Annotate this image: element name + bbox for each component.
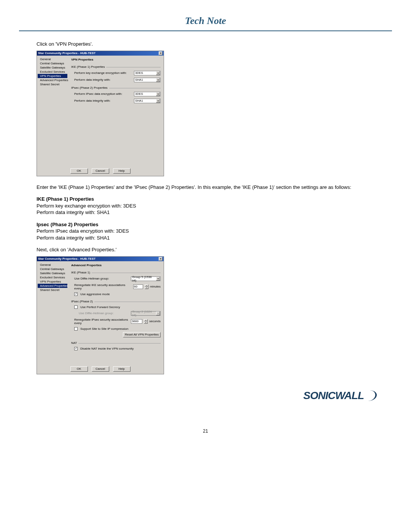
panel-title: VPN Properties: [71, 58, 161, 61]
advanced-properties-dialog: Star Community Properties - HUB-TEST × G…: [37, 256, 164, 374]
ipsec-encryption-label: Perform IPsec data encryption with:: [74, 92, 132, 96]
select-value: SHA1: [135, 78, 143, 81]
tree-item-satellite-gateways[interactable]: Satellite Gateways: [38, 66, 67, 70]
reneg-ike-input[interactable]: 60: [133, 284, 143, 289]
chevron-down-icon: ▾: [156, 78, 160, 82]
tree-item-central-gateways[interactable]: Central Gateways: [38, 61, 67, 66]
tree-item-general[interactable]: General: [38, 263, 67, 267]
nat-group: NAT ✓ Disable NAT inside the VPN communi…: [71, 341, 161, 350]
tree-item-shared-secret[interactable]: Shared Secret: [38, 82, 67, 86]
tree-item-shared-secret[interactable]: Shared Secret: [38, 288, 67, 292]
tree-item-vpn-properties[interactable]: VPN Properties: [38, 280, 67, 284]
group-label: IPsec (Phase 2): [71, 300, 93, 303]
group-label: IKE (Phase 1): [71, 271, 90, 274]
ike-heading: IKE (Phase 1) Properties: [37, 196, 374, 203]
vpn-properties-dialog: Star Community Properties - HUB-TEST × G…: [37, 51, 164, 176]
spinner[interactable]: ▴▾: [145, 284, 148, 289]
dh-group-label: Use Diffie-Hellman group:: [74, 277, 129, 280]
ipsec-integrity-label: Perform data integrity with:: [74, 99, 132, 102]
pfs-checkbox[interactable]: [74, 305, 78, 309]
ipsec-heading: Ipsec (Phase 2) Properties: [37, 221, 374, 228]
disable-nat-checkbox[interactable]: ✓: [74, 347, 78, 350]
tree-item-advanced-properties[interactable]: Advanced Properties: [38, 284, 67, 288]
aggressive-mode-label: Use aggressive mode: [80, 292, 161, 296]
ike-phase1-group: IKE (Phase 1) Properties Perform key exc…: [71, 65, 161, 82]
instruction-3: Next, click on 'Advanced Properties.': [37, 246, 374, 253]
select-value: SHA1: [135, 99, 143, 102]
panel-title: Advanced Properties: [71, 264, 161, 267]
reneg-ipsec-input[interactable]: 3600: [131, 319, 142, 324]
ike-line1: Perform key exchange encryption with: 3D…: [37, 203, 374, 209]
dialog-title: Star Community Properties - HUB-TEST: [38, 51, 96, 55]
group-label: NAT: [71, 341, 77, 345]
tree-item-general[interactable]: General: [38, 57, 67, 61]
logo-arc-icon: [362, 390, 378, 401]
help-button[interactable]: Help: [113, 366, 131, 372]
header-rule: [19, 30, 392, 31]
ipsec-phase2-group: IPsec (Phase 2) Use Perfect Forward Secr…: [71, 300, 161, 337]
help-button[interactable]: Help: [113, 168, 131, 174]
dialog-title: Star Community Properties - HUB-TEST: [38, 257, 96, 260]
cancel-button[interactable]: Cancel: [92, 366, 109, 372]
key-exchange-select[interactable]: 3DES ▾: [134, 71, 161, 75]
aggressive-mode-checkbox[interactable]: ✓: [74, 292, 78, 296]
close-icon[interactable]: ×: [159, 51, 162, 55]
dialog-titlebar[interactable]: Star Community Properties - HUB-TEST ×: [37, 51, 164, 56]
page-number: 21: [27, 428, 384, 434]
tree-item-advanced-properties[interactable]: Advanced Properties: [38, 78, 67, 82]
logo-text: SONICWALL: [303, 390, 364, 402]
select-value: 3DES: [135, 92, 143, 96]
data-integrity-label: Perform data integrity with:: [74, 78, 132, 81]
tree-item-excluded-services[interactable]: Excluded Services: [38, 70, 67, 74]
sonicwall-logo: SONICWALL: [303, 390, 377, 402]
chevron-down-icon: ▾: [156, 312, 160, 315]
chevron-down-icon: ▾: [156, 71, 160, 75]
close-icon[interactable]: ×: [159, 257, 162, 261]
data-integrity-select[interactable]: SHA1 ▾: [134, 78, 161, 82]
tree-item-vpn-properties[interactable]: VPN Properties: [38, 74, 67, 78]
page-title: Tech Note: [27, 15, 384, 27]
ok-button[interactable]: OK: [70, 168, 88, 174]
tree-item-satellite-gateways[interactable]: Satellite Gateways: [38, 271, 67, 275]
dialog-titlebar[interactable]: Star Community Properties - HUB-TEST ×: [37, 257, 164, 261]
tree-item-central-gateways[interactable]: Central Gateways: [38, 267, 67, 271]
spinner[interactable]: ▴▾: [144, 319, 148, 324]
dialog-footer: OK Cancel Help: [37, 364, 164, 374]
dh2-label: Use Diffie-Hellman group:: [74, 312, 129, 315]
select-value: Group 2 (1024 bit): [132, 310, 156, 317]
ipsec-phase2-group: IPsec (Phase 2) Properties Perform IPsec…: [71, 86, 161, 103]
compression-checkbox[interactable]: [74, 327, 78, 331]
disable-nat-label: Disable NAT inside the VPN community: [80, 347, 161, 350]
ike-line2: Perform data integrity with: SHA1: [37, 209, 374, 216]
nav-tree: General Central Gateways Satellite Gatew…: [37, 56, 68, 166]
key-exchange-label: Perform key exchange encryption with:: [74, 71, 132, 75]
ike-phase1-group: IKE (Phase 1) Use Diffie-Hellman group: …: [71, 271, 161, 296]
reneg-ike-label: Renegotiate IKE security associations ev…: [74, 283, 132, 290]
pfs-label: Use Perfect Forward Secrecy: [80, 305, 161, 309]
compression-label: Support Site to Site IP compression: [80, 327, 161, 331]
unit-label: seconds: [149, 320, 161, 323]
cancel-button[interactable]: Cancel: [92, 168, 109, 174]
nav-tree: General Central Gateways Satellite Gatew…: [37, 261, 68, 364]
select-value: Group 5 (1536 bit): [132, 275, 156, 282]
group-label: IPsec (Phase 2) Properties: [71, 86, 108, 89]
chevron-down-icon: ▾: [156, 92, 160, 96]
ok-button[interactable]: OK: [70, 366, 88, 372]
group-label: IKE (Phase 1) Properties: [71, 65, 105, 69]
ipsec-integrity-select[interactable]: SHA1 ▾: [134, 99, 161, 103]
dh2-select: Group 2 (1024 bit) ▾: [131, 311, 161, 316]
dialog-footer: OK Cancel Help: [37, 166, 164, 176]
instruction-1: Click on 'VPN Properties'.: [37, 41, 374, 48]
select-value: 3DES: [135, 71, 143, 75]
chevron-down-icon: ▾: [156, 277, 160, 281]
chevron-down-icon: ▾: [156, 99, 160, 103]
reset-vpn-button[interactable]: Reset All VPN Properties: [123, 332, 161, 337]
ipsec-line2: Perform data integrity with: SHA1: [37, 235, 374, 241]
ipsec-line1: Perform IPsec data encryption with: 3DES: [37, 228, 374, 235]
instruction-2: Enter the 'IKE (Phase 1) Properties' and…: [37, 184, 374, 191]
unit-label: minutes: [150, 285, 161, 288]
dh-group-select[interactable]: Group 5 (1536 bit) ▾: [131, 276, 161, 281]
ipsec-encryption-select[interactable]: 3DES ▾: [134, 92, 161, 96]
reneg-ipsec-label: Renegotiate IPsec security associations …: [74, 318, 129, 325]
tree-item-excluded-services[interactable]: Excluded Services: [38, 275, 67, 280]
